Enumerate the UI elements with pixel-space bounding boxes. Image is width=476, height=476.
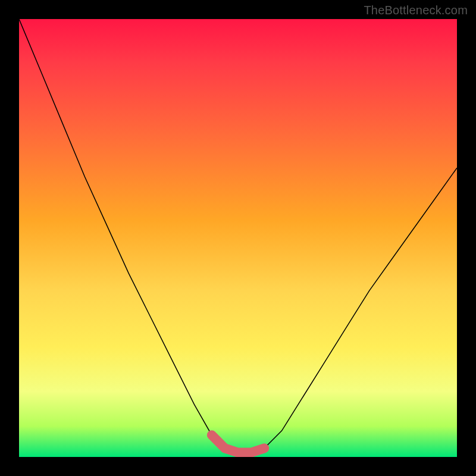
watermark: TheBottleneck.com [364,4,468,17]
optimal-range-highlight [19,19,457,457]
plot-area [19,19,457,457]
